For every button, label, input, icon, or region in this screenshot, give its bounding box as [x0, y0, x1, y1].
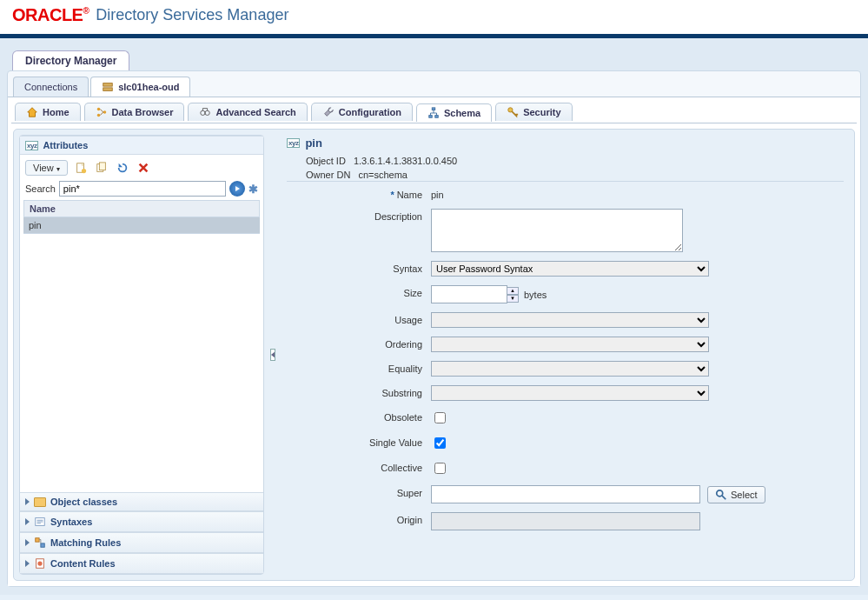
svg-rect-9: [435, 116, 439, 118]
collective-checkbox[interactable]: [434, 463, 446, 474]
form-table: *Name pin Description Syntax User Passwo…: [339, 187, 844, 530]
size-input[interactable]: [431, 285, 507, 303]
super-input[interactable]: [431, 485, 700, 503]
svg-rect-16: [36, 538, 39, 542]
spinner-up-icon[interactable]: ▲: [507, 287, 519, 295]
size-spinner[interactable]: ▲ ▼: [507, 287, 519, 303]
substring-select[interactable]: [431, 385, 709, 401]
column-name[interactable]: Name: [23, 200, 260, 217]
clear-search-icon[interactable]: ✱: [248, 183, 258, 196]
search-input[interactable]: [59, 181, 226, 197]
chevron-right-icon: [25, 539, 30, 546]
owner-dn-value: cn=schema: [358, 170, 407, 180]
tab-directory-manager[interactable]: Directory Manager: [12, 50, 129, 70]
nav-schema[interactable]: Schema: [416, 103, 492, 122]
home-icon: [26, 106, 38, 118]
content-rules-icon: [34, 557, 46, 570]
oracle-logo: ORACLE®: [12, 5, 89, 25]
nav-advanced-search[interactable]: Advanced Search: [188, 103, 307, 121]
svg-point-6: [205, 110, 209, 115]
refresh-icon[interactable]: [115, 160, 130, 176]
side-panel: xyz Attributes View ▾: [19, 135, 264, 575]
usage-label: Usage: [339, 312, 431, 325]
new-like-icon[interactable]: [94, 160, 109, 176]
obsolete-checkbox[interactable]: [434, 412, 446, 423]
svg-point-20: [717, 490, 723, 496]
schema-icon: [427, 107, 440, 119]
size-label: Size: [339, 285, 431, 298]
owner-dn-label: Owner DN: [306, 170, 350, 180]
chevron-right-icon: [25, 560, 30, 567]
svg-rect-17: [41, 543, 44, 547]
svg-rect-0: [103, 83, 113, 87]
splitter[interactable]: [269, 130, 276, 580]
section-attributes[interactable]: xyz Attributes: [20, 136, 263, 155]
svg-rect-7: [432, 108, 435, 110]
tree-icon: [96, 106, 108, 118]
syntaxes-icon: [34, 516, 46, 528]
name-label: Name: [397, 190, 422, 200]
origin-input: [431, 512, 700, 530]
description-input[interactable]: [431, 209, 683, 252]
origin-label: Origin: [339, 512, 431, 525]
svg-point-3: [96, 114, 100, 117]
tab-connections[interactable]: Connections: [13, 77, 89, 97]
nav-home[interactable]: Home: [15, 103, 81, 121]
syntax-select[interactable]: User Password Syntax: [431, 261, 709, 277]
section-object-classes[interactable]: Object classes: [20, 492, 263, 511]
spinner-down-icon[interactable]: ▼: [507, 295, 519, 303]
svg-point-4: [103, 110, 106, 114]
chevron-right-icon: [25, 498, 30, 505]
search-go-button[interactable]: [229, 181, 245, 197]
tab-server[interactable]: slc01hea-oud: [90, 77, 190, 97]
new-icon[interactable]: [73, 160, 89, 176]
collapse-left-icon: [270, 349, 275, 361]
syntax-label: Syntax: [339, 261, 431, 274]
inner-area: Home Data Browser Advanced Search Config…: [8, 97, 860, 586]
svg-point-5: [201, 110, 205, 115]
object-id-label: Object ID: [306, 156, 346, 166]
chevron-right-icon: [25, 518, 30, 525]
view-menu[interactable]: View ▾: [25, 160, 68, 176]
matching-rules-icon: [34, 537, 46, 549]
detail-panel: xyz pin Object ID 1.3.6.1.4.1.3831.0.0.4…: [276, 130, 854, 580]
svg-point-19: [37, 561, 42, 565]
folder-icon: [34, 497, 46, 507]
nav-data-browser[interactable]: Data Browser: [84, 103, 185, 121]
top-banner: ORACLE® Directory Services Manager: [0, 0, 868, 38]
svg-rect-1: [103, 88, 113, 91]
attributes-body: View ▾: [20, 155, 263, 492]
magnifier-icon: [715, 489, 727, 501]
size-units: bytes: [524, 290, 547, 300]
obsolete-label: Obsolete: [339, 410, 431, 423]
search-label: Search: [25, 183, 56, 194]
svg-rect-14: [99, 163, 105, 170]
ordering-select[interactable]: [431, 337, 709, 352]
svg-point-2: [96, 108, 100, 111]
delete-icon[interactable]: [136, 160, 151, 176]
nav-configuration[interactable]: Configuration: [311, 103, 413, 121]
super-label: Super: [339, 485, 431, 498]
attributes-icon: xyz: [25, 141, 38, 150]
workspace: Directory Manager Connections slc01hea-o…: [0, 38, 868, 595]
section-syntaxes[interactable]: Syntaxes: [20, 511, 263, 532]
play-icon: [233, 184, 242, 193]
connection-tabs: Connections slc01hea-oud: [8, 77, 860, 97]
equality-select[interactable]: [431, 361, 709, 377]
svg-point-12: [82, 169, 86, 173]
attribute-icon: xyz: [287, 138, 300, 148]
result-item[interactable]: pin: [23, 217, 260, 234]
nav-security[interactable]: Security: [495, 103, 572, 121]
outer-panel: Connections slc01hea-oud Home Data Brows…: [7, 70, 861, 587]
object-id-value: 1.3.6.1.4.1.3831.0.0.450: [354, 156, 457, 166]
detail-title-bar: xyz pin Object ID 1.3.6.1.4.1.3831.0.0.4…: [287, 137, 844, 182]
app-title: Directory Services Manager: [96, 6, 288, 24]
detail-title: pin: [305, 137, 322, 150]
section-content-rules[interactable]: Content Rules: [20, 553, 263, 574]
equality-label: Equality: [339, 361, 431, 374]
single-value-checkbox[interactable]: [434, 437, 446, 449]
select-button[interactable]: Select: [707, 486, 765, 503]
key-icon: [507, 106, 519, 118]
section-matching-rules[interactable]: Matching Rules: [20, 532, 263, 553]
usage-select[interactable]: [431, 312, 709, 328]
